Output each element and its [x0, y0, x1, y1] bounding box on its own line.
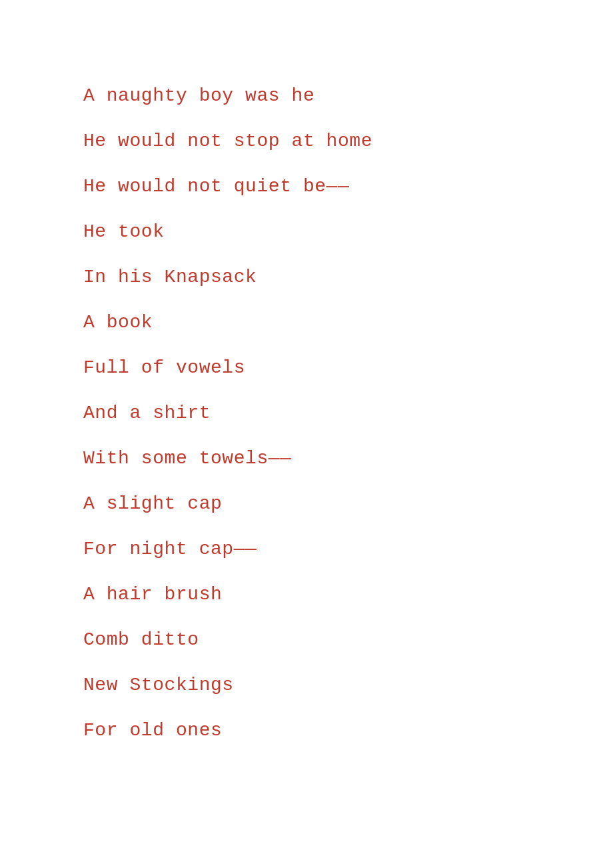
poem-line: Comb ditto — [83, 631, 613, 649]
poem-line: A hair brush — [83, 585, 613, 604]
poem-line: Full of vowels — [83, 359, 613, 377]
poem-line: A slight cap — [83, 495, 613, 513]
poem-line: He would not stop at home — [83, 132, 613, 151]
poem-line: With some towels—— — [83, 449, 613, 468]
poem-line: For old ones — [83, 721, 613, 740]
poem-line: A book — [83, 313, 613, 332]
poem-line: A naughty boy was he — [83, 87, 613, 105]
poem-line: And a shirt — [83, 404, 613, 423]
poem-line: He took — [83, 223, 613, 241]
poem-line: New Stockings — [83, 676, 613, 695]
poem-line: He would not quiet be—— — [83, 177, 613, 196]
poem-container: A naughty boy was heHe would not stop at… — [0, 0, 613, 767]
poem-line: For night cap—— — [83, 540, 613, 559]
poem-line: In his Knapsack — [83, 268, 613, 287]
